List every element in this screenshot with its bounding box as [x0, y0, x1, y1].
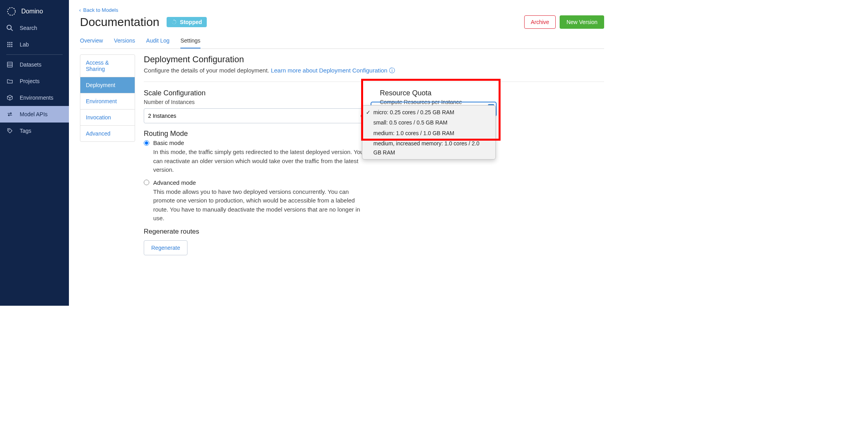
- settings-sidenav: Access & Sharing Deployment Environment …: [80, 54, 135, 142]
- main-content: ‹ Back to Models Documentation Stopped A…: [69, 0, 615, 306]
- back-link-text: Back to Models: [83, 7, 118, 13]
- scale-config-title: Scale Configuration: [144, 89, 368, 97]
- svg-point-16: [174, 20, 174, 20]
- brand: Domino: [0, 4, 69, 20]
- svg-rect-7: [9, 44, 11, 45]
- tab-overview[interactable]: Overview: [80, 34, 103, 48]
- environments-label: Environments: [20, 95, 54, 101]
- tag-icon: [6, 127, 13, 134]
- folder-icon: [6, 78, 13, 85]
- svg-point-22: [172, 22, 172, 22]
- advanced-mode-label: Advanced mode: [153, 179, 196, 186]
- new-version-button[interactable]: New Version: [560, 15, 604, 29]
- tab-versions[interactable]: Versions: [114, 34, 135, 48]
- resource-quota-title: Resource Quota: [380, 89, 605, 97]
- regenerate-routes-title: Regenerate routes: [144, 228, 368, 236]
- grid-icon: [6, 41, 13, 48]
- svg-point-20: [174, 24, 174, 24]
- scale-col: Scale Configuration Number of Instances …: [144, 89, 368, 255]
- advanced-mode-desc: This mode allows you to have two deploye…: [153, 188, 368, 223]
- compute-resources-dropdown: micro: 0.25 cores / 0.25 GB RAM small: 0…: [362, 105, 496, 160]
- datasets-icon: [6, 61, 13, 68]
- search-icon: [6, 24, 13, 32]
- tags-label: Tags: [20, 128, 32, 134]
- tab-settings[interactable]: Settings: [180, 34, 200, 48]
- lab-nav[interactable]: Lab: [0, 36, 69, 53]
- learn-more-link[interactable]: Learn more about Deployment Configuratio…: [271, 67, 388, 74]
- status-badge: Stopped: [167, 17, 207, 27]
- dropdown-option-micro[interactable]: micro: 0.25 cores / 0.25 GB RAM: [362, 107, 495, 117]
- lab-label: Lab: [20, 41, 29, 48]
- back-to-models-link[interactable]: ‹ Back to Models: [79, 7, 604, 13]
- svg-point-18: [176, 22, 176, 22]
- projects-nav[interactable]: Projects: [0, 73, 69, 89]
- routing-mode-title: Routing Mode: [144, 130, 368, 138]
- dropdown-option-medium[interactable]: medium: 1.0 cores / 1.0 GB RAM: [362, 128, 495, 138]
- sidenav-access[interactable]: Access & Sharing: [80, 55, 135, 77]
- divider: [6, 54, 63, 55]
- svg-point-1: [7, 25, 11, 30]
- deployment-config-title: Deployment Configuration: [144, 54, 604, 65]
- tab-audit-log[interactable]: Audit Log: [146, 34, 169, 48]
- advanced-mode-radio[interactable]: [144, 180, 149, 185]
- chevron-left-icon: ‹: [79, 7, 81, 13]
- dropdown-option-small[interactable]: small: 0.5 cores / 0.5 GB RAM: [362, 117, 495, 128]
- page-title: Documentation: [80, 15, 160, 29]
- sidenav-invocation[interactable]: Invocation: [80, 110, 135, 126]
- help-icon[interactable]: ⓘ: [389, 67, 395, 74]
- datasets-nav[interactable]: Datasets: [0, 56, 69, 73]
- regenerate-button[interactable]: Regenerate: [144, 240, 187, 255]
- svg-point-19: [175, 23, 176, 24]
- brand-text: Domino: [21, 8, 43, 15]
- divider: [144, 82, 604, 82]
- svg-line-2: [11, 29, 13, 31]
- svg-rect-3: [7, 42, 9, 43]
- content-row: Access & Sharing Deployment Environment …: [80, 54, 604, 255]
- svg-rect-12: [7, 62, 13, 67]
- svg-rect-10: [9, 46, 11, 47]
- svg-rect-4: [9, 42, 11, 43]
- svg-point-17: [175, 20, 176, 21]
- header-row: Documentation Stopped Archive New Versio…: [80, 15, 604, 29]
- svg-point-21: [172, 23, 173, 24]
- svg-rect-5: [11, 42, 13, 43]
- sidenav-deployment[interactable]: Deployment: [80, 77, 135, 93]
- svg-point-0: [7, 7, 15, 15]
- datasets-label: Datasets: [20, 61, 41, 68]
- deployment-config-sub: Configure the details of your model depl…: [144, 67, 604, 74]
- num-instances-label: Number of Instances: [144, 99, 368, 105]
- archive-button[interactable]: Archive: [524, 15, 556, 29]
- swap-icon: [6, 111, 13, 118]
- status-text: Stopped: [180, 19, 202, 25]
- basic-mode-label: Basic mode: [153, 139, 184, 146]
- svg-point-23: [172, 20, 173, 21]
- svg-rect-11: [11, 46, 13, 47]
- spinner-icon: [171, 19, 177, 25]
- svg-point-15: [9, 130, 9, 130]
- sidebar: Domino Search Lab Datasets Projects Envi…: [0, 0, 69, 306]
- svg-rect-6: [7, 44, 9, 45]
- sidenav-advanced[interactable]: Advanced: [80, 126, 135, 141]
- cube-icon: [6, 94, 13, 101]
- basic-mode-desc: In this mode, the traffic simply gets re…: [153, 148, 368, 175]
- svg-rect-8: [11, 44, 13, 45]
- projects-label: Projects: [20, 78, 40, 84]
- logo-icon: [6, 6, 17, 17]
- tabs: Overview Versions Audit Log Settings: [80, 34, 604, 49]
- model-apis-label: Model APIs: [20, 111, 48, 117]
- model-apis-nav[interactable]: Model APIs: [0, 106, 69, 123]
- sidenav-environment[interactable]: Environment: [80, 93, 135, 110]
- environments-nav[interactable]: Environments: [0, 89, 69, 106]
- svg-rect-9: [7, 46, 9, 47]
- num-instances-select[interactable]: 2 Instances ▲▼: [144, 108, 368, 123]
- basic-mode-radio[interactable]: [144, 140, 149, 146]
- tags-nav[interactable]: Tags: [0, 123, 69, 139]
- dropdown-option-medium-mem[interactable]: medium, increased memory: 1.0 cores / 2.…: [362, 138, 495, 158]
- num-instances-dropdown[interactable]: 2 Instances: [144, 108, 368, 123]
- search-nav[interactable]: Search: [0, 20, 69, 36]
- search-label: Search: [20, 25, 37, 31]
